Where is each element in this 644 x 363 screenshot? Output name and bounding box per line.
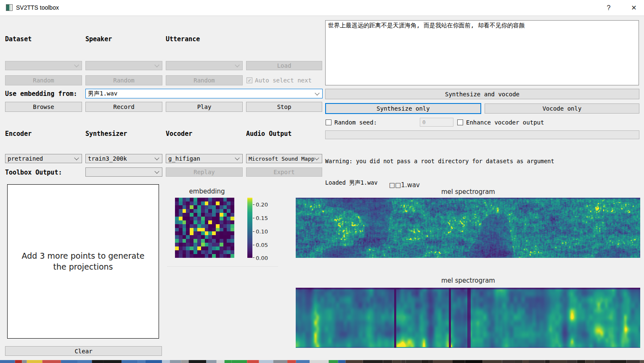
encoder-select[interactable]: pretrained <box>5 154 82 163</box>
window-title: SV2TTS toolbox <box>16 0 59 16</box>
app-icon[interactable] <box>6 4 13 11</box>
mel-spectrogram-bottom <box>296 288 640 348</box>
colorbar-tick <box>253 257 254 258</box>
dataset-label: Dataset <box>5 35 32 43</box>
synthesize-only-button[interactable]: Synthesize only <box>325 103 481 114</box>
audio-output-value: Microsoft Sound Mapp <box>249 156 315 162</box>
vocoder-label: Vocoder <box>166 130 192 138</box>
synthesizer-label: Synthesizer <box>85 130 127 138</box>
toolbox-output-label: Toolbox Output: <box>5 169 62 176</box>
colorbar-tick-label: 0.00 <box>256 255 268 261</box>
figure-separator <box>167 266 278 267</box>
close-button[interactable]: ✕ <box>626 0 642 16</box>
enhance-vocoder-checkbox[interactable] <box>457 119 463 125</box>
audio-output-label: Audio Output <box>246 130 292 138</box>
toolbox-output-select[interactable] <box>85 167 162 177</box>
replay-button[interactable]: Replay <box>166 167 243 177</box>
colorbar-tick <box>253 218 254 218</box>
encoder-label: Encoder <box>5 130 32 138</box>
utterance-random-button[interactable]: Random <box>166 75 243 85</box>
browse-button[interactable]: Browse <box>5 102 82 112</box>
title-bar <box>0 0 644 16</box>
desktop-strip <box>0 360 644 363</box>
utterance-label: Utterance <box>166 35 200 43</box>
speaker-label: Speaker <box>85 35 112 43</box>
text-prompt-input[interactable]: 世界上最遥远的距离不是天涯海角, 而是我站在你面前, 却看不见你的容颜 <box>325 20 639 85</box>
use-embedding-from-label: Use embedding from: <box>5 90 77 98</box>
random-seed-checkbox[interactable] <box>326 119 331 125</box>
embedding-colorbar <box>247 198 252 258</box>
encoder-value: pretrained <box>8 155 43 162</box>
chevron-down-icon <box>74 63 79 67</box>
enhance-vocoder-label: Enhance vocoder output <box>466 119 544 126</box>
audio-output-select[interactable]: Microsoft Sound Mapp <box>246 154 322 163</box>
auto-select-next-label: Auto select next <box>255 77 312 84</box>
embedding-heatmap <box>175 198 234 258</box>
colorbar-tick-label: 0.10 <box>256 228 268 235</box>
vocoder-value: g_hifigan <box>168 155 200 162</box>
embedding-source-select[interactable]: 男声1.wav <box>85 89 323 98</box>
colorbar-tick-label: 0.20 <box>256 201 268 208</box>
random-seed-label: Random seed: <box>334 119 377 126</box>
record-button[interactable]: Record <box>85 102 162 112</box>
chevron-down-icon <box>154 169 159 174</box>
play-button[interactable]: Play <box>166 102 243 112</box>
log-line: Warning: you did not pass a root directo… <box>325 158 641 165</box>
embedding-source-value: 男声1.wav <box>88 90 117 98</box>
speaker-select[interactable] <box>85 61 162 70</box>
embedding-title: embedding <box>167 188 247 195</box>
export-button[interactable]: Export <box>246 167 322 177</box>
progress-bar <box>325 130 639 139</box>
colorbar-tick <box>253 245 254 245</box>
chevron-down-icon <box>315 90 319 95</box>
projection-message: Add 3 more points to generate the projec… <box>20 251 146 272</box>
log-line: Loaded 男声1.wav <box>325 179 641 186</box>
auto-select-next-checkbox[interactable]: ✓ <box>246 77 252 83</box>
vocode-only-button[interactable]: Vocode only <box>485 103 639 114</box>
seed-input[interactable] <box>420 118 453 127</box>
dataset-select[interactable] <box>5 61 82 70</box>
mel-spectrogram-top <box>296 198 640 258</box>
chevron-down-icon <box>235 63 239 67</box>
synthesizer-select[interactable]: train3_200k <box>85 154 162 163</box>
synthesize-and-vocode-button[interactable]: Synthesize and vocode <box>325 89 639 99</box>
load-button[interactable]: Load <box>246 61 322 70</box>
chevron-down-icon <box>74 156 79 160</box>
colorbar-tick <box>253 204 254 205</box>
speaker-random-button[interactable]: Random <box>85 75 162 85</box>
mel-spectrogram-top-title: mel spectrogram <box>380 188 557 196</box>
clear-button[interactable]: Clear <box>5 346 162 356</box>
colorbar-tick-label: 0.15 <box>256 215 268 221</box>
chevron-down-icon <box>314 156 319 160</box>
projection-plot: Add 3 more points to generate the projec… <box>7 184 159 339</box>
stop-button[interactable]: Stop <box>246 102 322 112</box>
chevron-down-icon <box>154 63 159 67</box>
chevron-down-icon <box>235 156 239 160</box>
chevron-down-icon <box>154 156 159 160</box>
vocoder-select[interactable]: g_hifigan <box>166 154 243 163</box>
dataset-random-button[interactable]: Random <box>5 75 82 85</box>
check-icon: ✓ <box>248 77 251 83</box>
utterance-select[interactable] <box>166 61 243 70</box>
help-button[interactable]: ? <box>601 0 617 16</box>
mel-spectrogram-bottom-title: mel spectrogram <box>380 277 557 284</box>
synthesizer-value: train3_200k <box>88 155 127 162</box>
colorbar-tick-label: 0.05 <box>256 242 268 248</box>
colorbar-tick <box>253 231 254 232</box>
